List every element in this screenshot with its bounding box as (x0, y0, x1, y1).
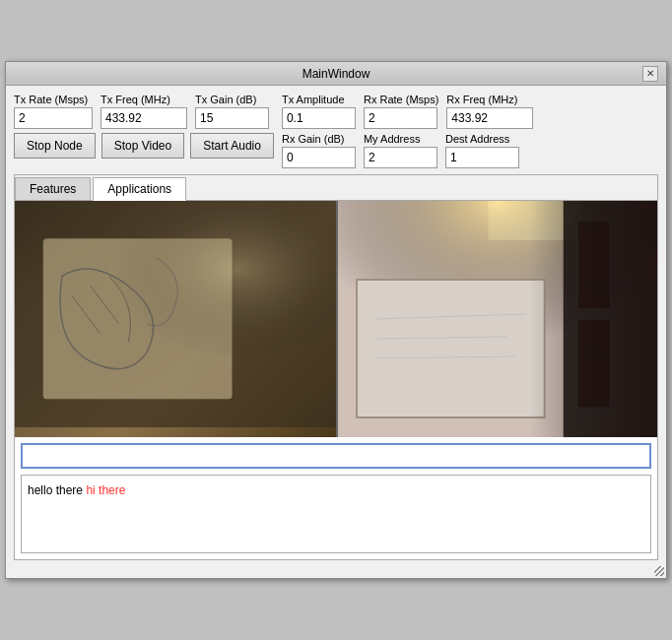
tabs-header: Features Applications (15, 175, 657, 201)
tx-freq-label: Tx Freq (MHz) (101, 94, 187, 105)
dest-address-label: Dest Address (445, 133, 519, 145)
start-audio-button[interactable]: Start Audio (190, 133, 274, 159)
svg-rect-14 (338, 201, 657, 437)
rx-gain-input[interactable] (282, 147, 356, 168)
close-button[interactable]: ✕ (642, 66, 658, 82)
tx-amplitude-group: Tx Amplitude (282, 94, 356, 129)
my-address-input[interactable] (364, 147, 437, 168)
chat-messages: hello there hi there (21, 475, 651, 553)
tx-freq-group: Tx Freq (MHz) (101, 94, 187, 129)
tx-gain-group: Tx Gain (dB) (195, 94, 269, 129)
titlebar: MainWindow ✕ (6, 62, 666, 86)
chat-input-row (15, 437, 657, 475)
resize-handle[interactable] (6, 568, 666, 578)
main-window: MainWindow ✕ Tx Rate (Msps) Tx Freq (MHz… (5, 61, 667, 579)
tx-rate-label: Tx Rate (Msps) (14, 94, 93, 105)
rx-rate-input[interactable] (364, 107, 437, 129)
main-content: Tx Rate (Msps) Tx Freq (MHz) Tx Gain (dB… (6, 86, 666, 568)
tx-amplitude-label: Tx Amplitude (282, 94, 356, 105)
window-title: MainWindow (30, 67, 642, 81)
rx-freq-input[interactable] (446, 107, 533, 129)
my-address-group: My Address (364, 133, 437, 168)
message-highlight: hi there (86, 483, 125, 497)
tab-features[interactable]: Features (15, 177, 91, 200)
stop-video-button[interactable]: Stop Video (101, 133, 185, 159)
tx-freq-input[interactable] (101, 107, 187, 129)
tx-rate-group: Tx Rate (Msps) (14, 94, 93, 129)
camera-right-image (338, 201, 657, 437)
stop-node-button[interactable]: Stop Node (14, 133, 96, 159)
tab-applications[interactable]: Applications (93, 177, 186, 201)
rx-gain-label: Rx Gain (dB) (282, 133, 356, 145)
tx-rate-input[interactable] (14, 107, 93, 129)
tabs-container: Features Applications (14, 174, 658, 560)
rx-freq-label: Rx Freq (MHz) (446, 94, 533, 105)
video-left-panel (15, 201, 336, 437)
chat-input[interactable] (21, 443, 651, 469)
camera-left-image (15, 201, 336, 437)
buttons-row: Stop Node Stop Video Start Audio (14, 133, 274, 159)
video-right-panel (336, 201, 657, 437)
rx-rate-group: Rx Rate (Msps) (364, 94, 438, 129)
dest-address-group: Dest Address (445, 133, 519, 168)
rx-rate-label: Rx Rate (Msps) (364, 94, 438, 105)
my-address-label: My Address (364, 133, 437, 145)
camera-right-svg (338, 201, 657, 437)
rx-gain-group: Rx Gain (dB) (282, 133, 356, 168)
video-area (15, 201, 657, 437)
resize-icon (654, 566, 664, 576)
tx-amplitude-input[interactable] (282, 107, 356, 129)
rx-freq-group: Rx Freq (MHz) (446, 94, 533, 129)
camera-left-svg (15, 201, 336, 427)
svg-rect-3 (15, 201, 336, 427)
tx-gain-input[interactable] (195, 107, 269, 129)
message-normal: hello there (28, 483, 86, 497)
dest-address-input[interactable] (445, 147, 519, 168)
tx-gain-label: Tx Gain (dB) (195, 94, 269, 105)
